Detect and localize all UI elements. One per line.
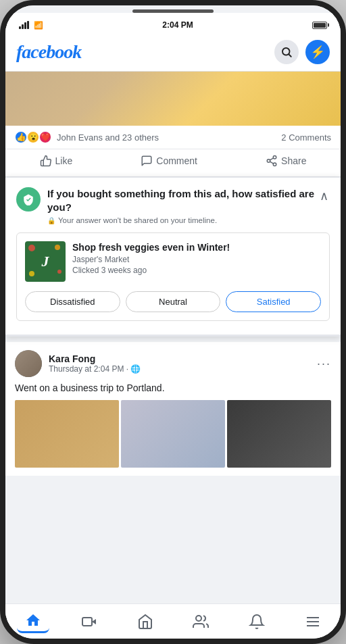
ad-info: Shop fresh veggies even in Winter! Jaspe…: [72, 241, 321, 275]
post-user-row: Kara Fong Thursday at 2:04 PM · 🌐 ···: [15, 350, 331, 377]
comment-button[interactable]: Comment: [132, 151, 205, 171]
phone-frame: 📶 2:04 PM facebook ⚡: [0, 0, 346, 644]
shield-icon: [16, 187, 41, 212]
nav-marketplace[interactable]: [129, 611, 162, 633]
post-image-3: [227, 400, 331, 468]
action-bar: Like Comment Share: [5, 149, 341, 177]
comment-label: Comment: [156, 155, 197, 166]
more-options-button[interactable]: ···: [317, 357, 331, 371]
share-label: Share: [281, 155, 306, 166]
ad-card: J Shop fresh veggies even in Winter! Jas…: [16, 232, 330, 321]
reaction-text: John Evans and 23 others: [57, 132, 159, 143]
survey-title-area: If you bought something from this ad, ho…: [16, 187, 318, 224]
post-user-info: Kara Fong Thursday at 2:04 PM · 🌐: [15, 350, 141, 377]
post-user-meta: Thursday at 2:04 PM · 🌐: [49, 364, 141, 374]
post-images: [15, 400, 331, 468]
nav-video[interactable]: [73, 611, 105, 633]
post-text: Went on a business trip to Portland.: [15, 382, 331, 393]
post-user-name: Kara Fong: [49, 353, 141, 364]
phone-inner: 📶 2:04 PM facebook ⚡: [5, 5, 341, 639]
messenger-button[interactable]: ⚡: [305, 40, 330, 64]
nav-menu[interactable]: [297, 611, 329, 633]
search-button[interactable]: [274, 40, 299, 64]
love-reaction: ❤️: [39, 131, 51, 143]
ad-brand: Jasper's Market: [72, 255, 321, 264]
neutral-button[interactable]: Neutral: [126, 291, 221, 312]
nav-home[interactable]: [17, 610, 49, 633]
status-right: [312, 22, 327, 29]
like-reaction: 👍: [15, 131, 27, 143]
header-icons: ⚡: [274, 40, 330, 64]
post-image-1: [15, 400, 119, 468]
post-below: Kara Fong Thursday at 2:04 PM · 🌐 ··· We…: [5, 342, 341, 476]
svg-point-9: [196, 616, 201, 621]
nav-bell[interactable]: [241, 611, 273, 633]
bottom-nav: [5, 603, 341, 639]
status-bar: 📶 2:04 PM: [5, 13, 341, 34]
status-left: 📶: [19, 21, 43, 30]
dissatisfied-button[interactable]: Dissatisfied: [25, 291, 120, 312]
signal-icon: [19, 21, 29, 29]
wow-reaction: 😮: [27, 131, 39, 143]
facebook-logo: facebook: [16, 41, 81, 63]
satisfied-button[interactable]: Satisfied: [226, 291, 321, 312]
survey-header: If you bought something from this ad, ho…: [16, 187, 330, 224]
post-image: [5, 72, 341, 126]
avatar: [15, 350, 42, 377]
reactions-row: 👍 😮 ❤️ John Evans and 23 others 2 Commen…: [5, 126, 341, 149]
comments-count: 2 Comments: [281, 132, 331, 143]
like-label: Like: [55, 155, 73, 166]
survey-title: If you bought something from this ad, ho…: [47, 187, 318, 214]
post-image-2: [121, 400, 225, 468]
svg-line-6: [270, 158, 274, 160]
survey-subtitle: 🔒 Your answer won't be shared on your ti…: [47, 216, 318, 224]
lock-icon: 🔒: [47, 217, 55, 224]
ad-time: Clicked 3 weeks ago: [72, 266, 321, 275]
survey-text-area: If you bought something from this ad, ho…: [47, 187, 318, 224]
battery-icon: [312, 22, 327, 29]
reaction-icons: 👍 😮 ❤️ John Evans and 23 others: [15, 131, 159, 143]
app-header: facebook ⚡: [5, 34, 341, 72]
svg-line-5: [270, 162, 274, 164]
ad-thumbnail: J: [25, 241, 66, 282]
survey-panel: If you bought something from this ad, ho…: [5, 177, 341, 337]
rating-buttons: Dissatisfied Neutral Satisfied: [25, 291, 321, 312]
ad-content: J Shop fresh veggies even in Winter! Jas…: [25, 241, 321, 282]
ad-thumbnail-letter: J: [42, 253, 49, 270]
ad-title: Shop fresh veggies even in Winter!: [72, 241, 321, 253]
scroll-content: 👍 😮 ❤️ John Evans and 23 others 2 Commen…: [5, 72, 341, 610]
svg-rect-7: [82, 618, 92, 626]
wifi-icon: 📶: [34, 21, 43, 30]
share-button[interactable]: Share: [257, 151, 314, 171]
svg-line-1: [289, 54, 291, 56]
user-details: Kara Fong Thursday at 2:04 PM · 🌐: [49, 353, 141, 374]
status-time: 2:04 PM: [162, 20, 193, 30]
nav-groups[interactable]: [184, 611, 217, 633]
collapse-button[interactable]: ∧: [318, 187, 330, 205]
like-button[interactable]: Like: [32, 151, 81, 171]
